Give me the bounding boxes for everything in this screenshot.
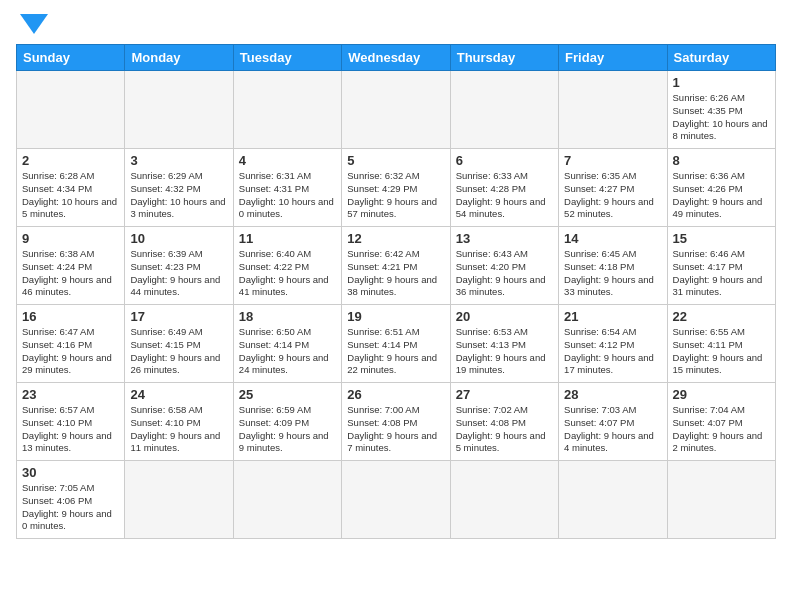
calendar-week-3: 9Sunrise: 6:38 AM Sunset: 4:24 PM Daylig…: [17, 227, 776, 305]
calendar-cell: 29Sunrise: 7:04 AM Sunset: 4:07 PM Dayli…: [667, 383, 775, 461]
day-info: Sunrise: 7:02 AM Sunset: 4:08 PM Dayligh…: [456, 404, 553, 455]
calendar-cell: 12Sunrise: 6:42 AM Sunset: 4:21 PM Dayli…: [342, 227, 450, 305]
day-info: Sunrise: 6:55 AM Sunset: 4:11 PM Dayligh…: [673, 326, 770, 377]
calendar-cell: 15Sunrise: 6:46 AM Sunset: 4:17 PM Dayli…: [667, 227, 775, 305]
day-number: 1: [673, 75, 770, 90]
day-number: 29: [673, 387, 770, 402]
day-info: Sunrise: 6:54 AM Sunset: 4:12 PM Dayligh…: [564, 326, 661, 377]
day-number: 27: [456, 387, 553, 402]
calendar-cell: 25Sunrise: 6:59 AM Sunset: 4:09 PM Dayli…: [233, 383, 341, 461]
calendar-cell: 27Sunrise: 7:02 AM Sunset: 4:08 PM Dayli…: [450, 383, 558, 461]
weekday-header-wednesday: Wednesday: [342, 45, 450, 71]
day-info: Sunrise: 6:32 AM Sunset: 4:29 PM Dayligh…: [347, 170, 444, 221]
day-number: 24: [130, 387, 227, 402]
day-number: 19: [347, 309, 444, 324]
day-number: 3: [130, 153, 227, 168]
calendar-week-2: 2Sunrise: 6:28 AM Sunset: 4:34 PM Daylig…: [17, 149, 776, 227]
day-info: Sunrise: 6:58 AM Sunset: 4:10 PM Dayligh…: [130, 404, 227, 455]
logo: [16, 16, 48, 34]
calendar-cell: 5Sunrise: 6:32 AM Sunset: 4:29 PM Daylig…: [342, 149, 450, 227]
day-number: 12: [347, 231, 444, 246]
weekday-header-monday: Monday: [125, 45, 233, 71]
calendar-cell: 8Sunrise: 6:36 AM Sunset: 4:26 PM Daylig…: [667, 149, 775, 227]
day-number: 15: [673, 231, 770, 246]
calendar-cell: 2Sunrise: 6:28 AM Sunset: 4:34 PM Daylig…: [17, 149, 125, 227]
calendar-cell: 19Sunrise: 6:51 AM Sunset: 4:14 PM Dayli…: [342, 305, 450, 383]
day-number: 23: [22, 387, 119, 402]
calendar-cell: 28Sunrise: 7:03 AM Sunset: 4:07 PM Dayli…: [559, 383, 667, 461]
calendar-cell: [233, 71, 341, 149]
weekday-header-tuesday: Tuesday: [233, 45, 341, 71]
day-number: 17: [130, 309, 227, 324]
day-number: 4: [239, 153, 336, 168]
day-number: 25: [239, 387, 336, 402]
day-info: Sunrise: 6:29 AM Sunset: 4:32 PM Dayligh…: [130, 170, 227, 221]
day-number: 22: [673, 309, 770, 324]
calendar-cell: 21Sunrise: 6:54 AM Sunset: 4:12 PM Dayli…: [559, 305, 667, 383]
calendar-cell: 7Sunrise: 6:35 AM Sunset: 4:27 PM Daylig…: [559, 149, 667, 227]
calendar-cell: 30Sunrise: 7:05 AM Sunset: 4:06 PM Dayli…: [17, 461, 125, 539]
calendar-cell: 24Sunrise: 6:58 AM Sunset: 4:10 PM Dayli…: [125, 383, 233, 461]
day-info: Sunrise: 7:00 AM Sunset: 4:08 PM Dayligh…: [347, 404, 444, 455]
day-info: Sunrise: 6:50 AM Sunset: 4:14 PM Dayligh…: [239, 326, 336, 377]
calendar-cell: [450, 461, 558, 539]
day-info: Sunrise: 6:38 AM Sunset: 4:24 PM Dayligh…: [22, 248, 119, 299]
page-header: [16, 16, 776, 34]
calendar-cell: [559, 461, 667, 539]
weekday-header-friday: Friday: [559, 45, 667, 71]
calendar-cell: 3Sunrise: 6:29 AM Sunset: 4:32 PM Daylig…: [125, 149, 233, 227]
day-info: Sunrise: 6:53 AM Sunset: 4:13 PM Dayligh…: [456, 326, 553, 377]
logo-icon: [20, 14, 48, 34]
calendar-cell: [450, 71, 558, 149]
calendar-cell: 17Sunrise: 6:49 AM Sunset: 4:15 PM Dayli…: [125, 305, 233, 383]
calendar-week-4: 16Sunrise: 6:47 AM Sunset: 4:16 PM Dayli…: [17, 305, 776, 383]
day-info: Sunrise: 6:43 AM Sunset: 4:20 PM Dayligh…: [456, 248, 553, 299]
svg-marker-0: [20, 14, 48, 34]
day-info: Sunrise: 6:49 AM Sunset: 4:15 PM Dayligh…: [130, 326, 227, 377]
calendar-cell: 22Sunrise: 6:55 AM Sunset: 4:11 PM Dayli…: [667, 305, 775, 383]
day-info: Sunrise: 7:03 AM Sunset: 4:07 PM Dayligh…: [564, 404, 661, 455]
calendar-header: SundayMondayTuesdayWednesdayThursdayFrid…: [17, 45, 776, 71]
day-number: 26: [347, 387, 444, 402]
calendar-cell: 9Sunrise: 6:38 AM Sunset: 4:24 PM Daylig…: [17, 227, 125, 305]
day-number: 10: [130, 231, 227, 246]
day-number: 8: [673, 153, 770, 168]
weekday-header-thursday: Thursday: [450, 45, 558, 71]
day-number: 7: [564, 153, 661, 168]
calendar-cell: [559, 71, 667, 149]
calendar-cell: 18Sunrise: 6:50 AM Sunset: 4:14 PM Dayli…: [233, 305, 341, 383]
day-info: Sunrise: 6:36 AM Sunset: 4:26 PM Dayligh…: [673, 170, 770, 221]
day-info: Sunrise: 6:35 AM Sunset: 4:27 PM Dayligh…: [564, 170, 661, 221]
day-info: Sunrise: 6:26 AM Sunset: 4:35 PM Dayligh…: [673, 92, 770, 143]
day-number: 28: [564, 387, 661, 402]
calendar-cell: 20Sunrise: 6:53 AM Sunset: 4:13 PM Dayli…: [450, 305, 558, 383]
day-info: Sunrise: 6:31 AM Sunset: 4:31 PM Dayligh…: [239, 170, 336, 221]
day-number: 6: [456, 153, 553, 168]
calendar-cell: 14Sunrise: 6:45 AM Sunset: 4:18 PM Dayli…: [559, 227, 667, 305]
day-info: Sunrise: 6:45 AM Sunset: 4:18 PM Dayligh…: [564, 248, 661, 299]
day-number: 20: [456, 309, 553, 324]
day-number: 11: [239, 231, 336, 246]
day-number: 30: [22, 465, 119, 480]
day-number: 5: [347, 153, 444, 168]
calendar-week-5: 23Sunrise: 6:57 AM Sunset: 4:10 PM Dayli…: [17, 383, 776, 461]
calendar-cell: [17, 71, 125, 149]
day-info: Sunrise: 6:39 AM Sunset: 4:23 PM Dayligh…: [130, 248, 227, 299]
calendar-cell: 4Sunrise: 6:31 AM Sunset: 4:31 PM Daylig…: [233, 149, 341, 227]
calendar-cell: [342, 461, 450, 539]
day-info: Sunrise: 6:46 AM Sunset: 4:17 PM Dayligh…: [673, 248, 770, 299]
day-info: Sunrise: 6:59 AM Sunset: 4:09 PM Dayligh…: [239, 404, 336, 455]
day-info: Sunrise: 6:33 AM Sunset: 4:28 PM Dayligh…: [456, 170, 553, 221]
calendar-cell: [233, 461, 341, 539]
day-number: 14: [564, 231, 661, 246]
day-info: Sunrise: 7:04 AM Sunset: 4:07 PM Dayligh…: [673, 404, 770, 455]
day-info: Sunrise: 7:05 AM Sunset: 4:06 PM Dayligh…: [22, 482, 119, 533]
calendar-cell: 6Sunrise: 6:33 AM Sunset: 4:28 PM Daylig…: [450, 149, 558, 227]
calendar-cell: 10Sunrise: 6:39 AM Sunset: 4:23 PM Dayli…: [125, 227, 233, 305]
day-number: 9: [22, 231, 119, 246]
day-info: Sunrise: 6:51 AM Sunset: 4:14 PM Dayligh…: [347, 326, 444, 377]
day-number: 21: [564, 309, 661, 324]
day-info: Sunrise: 6:28 AM Sunset: 4:34 PM Dayligh…: [22, 170, 119, 221]
calendar-week-6: 30Sunrise: 7:05 AM Sunset: 4:06 PM Dayli…: [17, 461, 776, 539]
weekday-header-saturday: Saturday: [667, 45, 775, 71]
